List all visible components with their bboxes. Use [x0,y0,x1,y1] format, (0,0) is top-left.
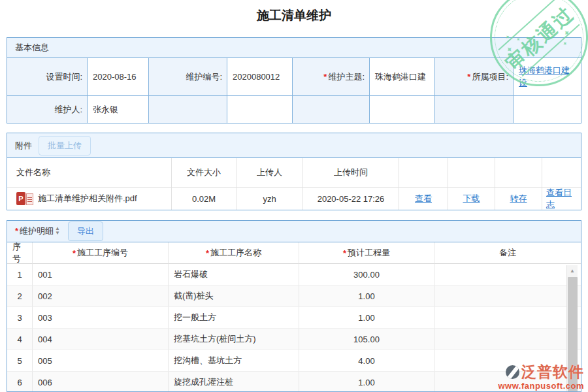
note-cell [434,286,581,307]
code-cell: 001 [33,264,169,286]
file-upload-time: 2020-05-22 17:26 [303,188,399,210]
project-value-cell: 珠海鹤港口建设 [514,58,581,95]
seq-cell: 3 [7,307,33,329]
col-empty [495,158,542,188]
attachments-panel: 附件 批量上传 文件名称 文件大小 上传人 上传时间 P 施工清单维护相关附件.… [7,133,581,210]
maintain-no-value: 2020080012 [227,58,293,95]
attachments-table-header: 文件名称 文件大小 上传人 上传时间 [7,158,581,188]
table-row: 4 004 挖基坑土方(桩间土方) 105.00 [7,329,581,350]
empty-cell [149,95,227,123]
seq-cell: 2 [7,286,33,307]
project-label: *所属项目: [435,58,514,95]
seq-cell: 5 [7,350,33,372]
col-empty [448,158,495,188]
table-row: 5 005 挖沟槽、基坑土方 4.00 [7,350,581,372]
code-cell: 006 [33,372,169,392]
sort-toggle-icon[interactable]: ▲▼ [55,227,60,236]
view-link[interactable]: 查看 [415,193,432,204]
basic-info-panel: 基本信息 设置时间: 2020-08-16 维护编号: 2020080012 *… [7,37,581,123]
view-log-link[interactable]: 查看日志 [546,187,577,210]
code-cell: 004 [33,329,169,350]
required-asterisk: * [323,72,327,82]
maintain-no-label: 维护编号: [149,58,227,95]
transfer-link[interactable]: 转存 [510,193,527,204]
seq-cell: 4 [7,329,33,350]
note-cell [434,329,581,350]
code-cell: 005 [33,350,169,372]
set-time-value: 2020-08-16 [88,58,149,95]
note-cell [434,307,581,329]
table-row: 1 001 岩石爆破 300.00 [7,264,581,286]
basic-info-grid: 设置时间: 2020-08-16 维护编号: 2020080012 *维护主题:… [7,58,581,123]
name-cell: 挖一般土方 [169,307,299,329]
maintainer-value: 张永银 [88,95,149,123]
table-row: 2 002 截(凿)桩头 1.00 [7,286,581,307]
col-empty [399,158,448,188]
batch-upload-button[interactable]: 批量上传 [39,136,91,155]
col-file-name: 文件名称 [7,158,172,188]
action-cell: 转存 [495,188,542,210]
quantity-cell: 105.00 [299,329,434,350]
name-cell: 岩石爆破 [169,264,299,286]
export-button[interactable]: 导出 [68,221,103,241]
col-uploader: 上传人 [237,158,303,188]
scroll-up-arrow[interactable]: ▲ [567,265,578,276]
name-cell: 挖基坑土方(桩间土方) [169,329,299,350]
empty-cell [435,95,514,123]
required-asterisk: * [15,226,18,236]
code-cell: 003 [33,307,169,329]
name-cell: 挖沟槽、基坑土方 [169,350,299,372]
col-upload-time: 上传时间 [303,158,399,188]
vendor-url: www.fanpusoft.com [498,381,584,391]
col-quantity: *预计工程量 [299,242,434,264]
file-name-cell: P 施工清单维护相关附件.pdf [7,188,172,210]
download-link[interactable]: 下载 [463,193,480,204]
detail-panel: *维护明细 ▲▼ 导出 序号 *施工工序编号 *施工工序名称 *预计工程量 备注… [7,220,581,392]
vendor-watermark: 泛普软件 www.fanpusoft.com [498,362,584,391]
attachments-header: 附件 批量上传 [7,133,581,158]
quantity-cell: 1.00 [299,307,434,329]
quantity-cell: 4.00 [299,350,434,372]
attachments-title: 附件 [15,140,32,152]
quantity-cell: 300.00 [299,264,434,286]
note-cell [434,264,581,286]
table-row: 6 006 旋挖成孔灌注桩 1.00 [7,372,581,392]
quantity-cell: 1.00 [299,286,434,307]
col-empty [542,158,581,188]
action-cell: 查看日志 [542,188,581,210]
set-time-label: 设置时间: [7,58,88,95]
vendor-logo-icon [506,365,519,379]
col-process-name: *施工工序名称 [169,242,299,264]
required-asterisk: * [343,248,346,258]
detail-title: *维护明细 [15,225,54,237]
subject-label: *维护主题: [293,58,370,95]
basic-info-title: 基本信息 [15,42,49,54]
basic-info-header: 基本信息 [7,38,581,58]
detail-table-header: 序号 *施工工序编号 *施工工序名称 *预计工程量 备注 [7,242,581,264]
name-cell: 截(凿)桩头 [169,286,299,307]
attachment-row: P 施工清单维护相关附件.pdf 0.02M yzh 2020-05-22 17… [7,188,581,210]
empty-cell [514,95,581,123]
seq-cell: 1 [7,264,33,286]
table-row: 3 003 挖一般土方 1.00 [7,307,581,329]
file-size: 0.02M [172,188,237,210]
project-link[interactable]: 珠海鹤港口建设 [519,65,576,90]
empty-cell [293,95,370,123]
required-asterisk: * [467,72,470,82]
empty-cell [227,95,293,123]
page-title: 施工清单维护 [0,7,588,24]
col-process-code: *施工工序编号 [33,242,169,264]
action-cell: 下载 [448,188,495,210]
required-asterisk: * [73,248,76,258]
file-name: 施工清单维护相关附件.pdf [38,193,137,204]
action-cell: 查看 [399,188,448,210]
col-seq: 序号 [7,242,33,264]
file-uploader: yzh [237,188,303,210]
vendor-brand: 泛普软件 [521,362,584,382]
quantity-cell: 1.00 [299,372,434,392]
empty-cell [370,95,435,123]
maintainer-label: 维护人: [7,95,88,123]
col-note: 备注 [434,242,581,264]
code-cell: 002 [33,286,169,307]
pdf-file-icon: P [16,192,33,205]
